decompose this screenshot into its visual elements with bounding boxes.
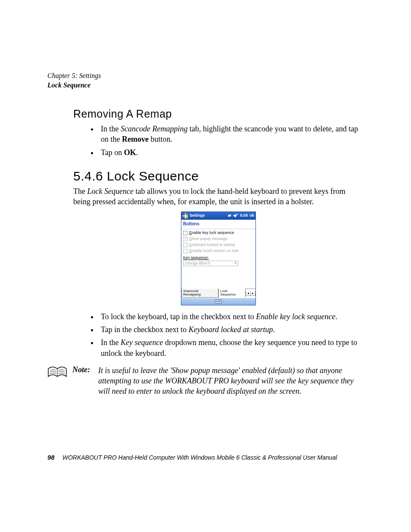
- running-head-section: Lock Sequence: [47, 81, 364, 90]
- book-icon: [47, 366, 67, 379]
- device-title: Settings: [190, 214, 205, 218]
- connectivity-icon: ⇄: [228, 214, 231, 218]
- checkbox-row-show-popup: ✓ Show popup message: [183, 237, 254, 241]
- chevron-down-icon: ▾: [235, 261, 237, 265]
- section-heading-lock-sequence: 5.4.6 Lock Sequence: [73, 169, 364, 184]
- list-item: In the Scancode Remapping tab, highlight…: [98, 124, 364, 145]
- list-item: Tap on OK.: [98, 147, 364, 158]
- lock-sequence-intro: The Lock Sequence tab allows you to lock…: [73, 186, 364, 207]
- list-item: To lock the keyboard, tap in the checkbo…: [98, 311, 364, 322]
- checkbox-label: Show popup message: [189, 237, 227, 241]
- volume-icon: ◀ᑉ: [233, 214, 238, 218]
- lock-steps-list: To lock the keyboard, tap in the checkbo…: [73, 311, 364, 358]
- device-clock: 5:05: [240, 214, 248, 218]
- footer-title: WORKABOUT PRO Hand-Held Computer With Wi…: [62, 454, 337, 461]
- checkbox-show-popup[interactable]: ✓: [183, 237, 187, 241]
- windows-flag-icon: [183, 213, 188, 218]
- arrow-right-icon[interactable]: ▸: [251, 291, 255, 296]
- subheading-removing-remap: Removing A Remap: [73, 108, 364, 120]
- note-text: It is useful to leave the 'Show popup me…: [98, 365, 364, 397]
- tab-lock-sequence[interactable]: Lock Sequence: [218, 289, 246, 298]
- dropdown-value: Orange-Blue-0: [185, 261, 210, 265]
- running-head: Chapter 5: Settings Lock Sequence: [47, 71, 364, 90]
- checkbox-enable-lock[interactable]: [183, 231, 187, 235]
- page: Chapter 5: Settings Lock Sequence Removi…: [0, 0, 411, 532]
- checkbox-label: Enable key lock sequence: [189, 231, 234, 235]
- arrow-left-icon[interactable]: ◂: [246, 291, 251, 296]
- tab-scancode-remapping[interactable]: Scancode Remapping: [181, 289, 218, 298]
- checkbox-disable-touch[interactable]: [183, 249, 187, 253]
- checkbox-row-locked-startup: Keyboard locked at startup: [183, 243, 254, 247]
- page-number: 98: [47, 454, 55, 461]
- content: Removing A Remap In the Scancode Remappi…: [73, 108, 364, 358]
- device-bottom-bar: [181, 298, 255, 305]
- tab-scroll-arrows[interactable]: ◂ ▸: [246, 291, 255, 296]
- checkbox-label: Disable touch screen on lock: [189, 249, 239, 253]
- checkbox-row-enable-lock: Enable key lock sequence: [183, 231, 254, 235]
- list-item: Tap in the checkbox next to Keyboard loc…: [98, 324, 364, 335]
- checkbox-row-disable-touch: Disable touch screen on lock: [183, 249, 254, 253]
- key-sequence-label: Key sequence:: [183, 256, 254, 260]
- keyboard-icon[interactable]: [215, 299, 222, 304]
- device-body: Enable key lock sequence ✓ Show popup me…: [181, 229, 255, 268]
- ok-button[interactable]: ok: [249, 214, 254, 218]
- key-sequence-dropdown[interactable]: Orange-Blue-0 ▾: [183, 261, 238, 266]
- list-item: In the Key sequence dropdown menu, choos…: [98, 337, 364, 358]
- checkbox-locked-startup[interactable]: [183, 243, 187, 247]
- checkbox-label: Keyboard locked at startup: [189, 243, 235, 247]
- device-screenshot: Settings ⇄ ◀ᑉ 5:05 ok Buttons Enable key…: [181, 212, 256, 305]
- device-subtitle: Buttons: [181, 220, 255, 229]
- device-title-bar: Settings ⇄ ◀ᑉ 5:05 ok: [181, 212, 255, 220]
- page-footer: 98 WORKABOUT PRO Hand-Held Computer With…: [47, 454, 364, 461]
- note-label: Note:: [72, 365, 93, 374]
- remap-steps-list: In the Scancode Remapping tab, highlight…: [73, 124, 364, 158]
- running-head-chapter: Chapter 5: Settings: [47, 71, 364, 81]
- note-block: Note: It is useful to leave the 'Show po…: [47, 365, 364, 397]
- device-tabs: Scancode Remapping Lock Sequence ◂ ▸: [181, 289, 255, 298]
